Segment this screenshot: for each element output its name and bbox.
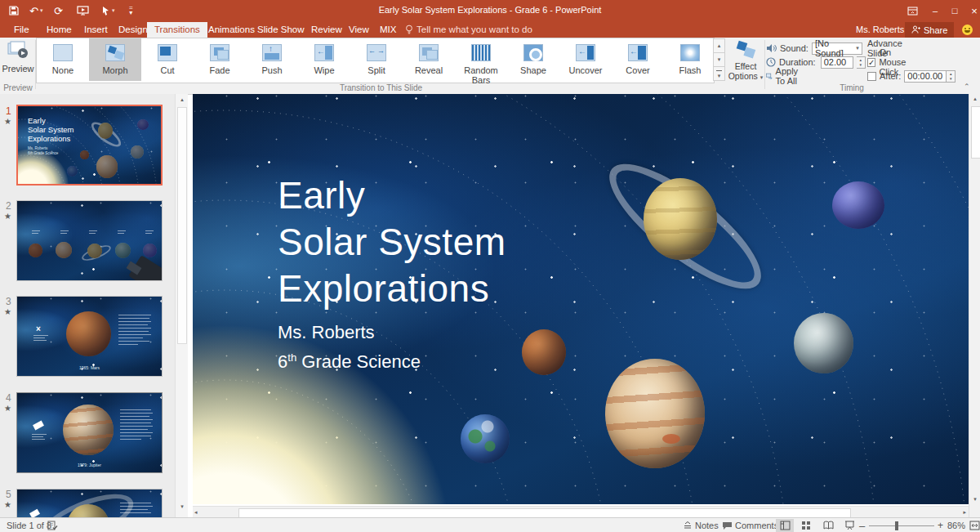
transition-wipe[interactable]: ← Wipe: [298, 38, 350, 81]
ribbon-display-options-button[interactable]: [903, 3, 921, 18]
wipe-icon: ←: [314, 44, 334, 61]
tab-file[interactable]: File: [7, 22, 37, 38]
share-label: Share: [924, 25, 947, 35]
restore-button[interactable]: □: [946, 3, 964, 18]
feedback-smiley-icon[interactable]: [962, 25, 973, 35]
transition-reveal[interactable]: Reveal: [403, 38, 455, 81]
jupiter: [63, 405, 114, 455]
after-option[interactable]: After: 00:00.00▴▾: [867, 69, 956, 83]
comments-button[interactable]: Comments: [722, 518, 778, 532]
after-spinner[interactable]: ▴▾: [947, 70, 956, 83]
thumbnail-panel-scrollbar[interactable]: ▴ ▾: [175, 94, 188, 517]
zoom-in-button[interactable]: +: [938, 518, 943, 532]
minimize-button[interactable]: –: [926, 3, 944, 18]
slide-1-number: 1: [6, 105, 11, 117]
scroll-down-arrow[interactable]: ▾: [969, 496, 980, 503]
after-checkbox[interactable]: [867, 72, 876, 81]
on-mouse-click-option[interactable]: ✓ On Mouse Click: [867, 56, 906, 69]
reading-view-button[interactable]: [819, 519, 837, 532]
title-bar: ↶▾ ⟳ ▾ =▾ Early Solar System Exploration…: [0, 0, 980, 22]
duration-input[interactable]: 02.00: [821, 56, 853, 69]
collapse-ribbon-button[interactable]: ⌃: [964, 83, 970, 91]
transition-shape[interactable]: Shape: [507, 38, 559, 81]
transition-morph[interactable]: Morph: [89, 38, 141, 81]
slide-5-thumbnail[interactable]: [16, 489, 163, 517]
fit-slide-to-window-button[interactable]: [965, 519, 980, 532]
scroll-right-arrow[interactable]: ▸: [963, 509, 966, 516]
gallery-more-button[interactable]: ▾: [713, 66, 725, 81]
slide-canvas[interactable]: Early Solar System Explorations Ms. Robe…: [193, 94, 969, 504]
zoom-slider-track[interactable]: [869, 525, 934, 526]
effect-options-label-2: Options ▾: [728, 71, 764, 81]
slide-indicator[interactable]: Slide 1 of 8: [7, 518, 51, 532]
jupiter: [56, 242, 72, 258]
zoom-slider-handle[interactable]: [895, 521, 898, 530]
preview-button[interactable]: Preview: [2, 38, 34, 81]
zoom-level[interactable]: 86%: [947, 518, 965, 532]
normal-view-button[interactable]: [776, 519, 794, 532]
effect-options-button[interactable]: Effect Options ▾: [728, 38, 764, 81]
share-button[interactable]: Share: [905, 22, 954, 38]
jupiter: [605, 359, 705, 468]
slide-show-icon: [844, 521, 855, 530]
transition-label: Cover: [612, 65, 664, 75]
transition-label: Reveal: [403, 65, 455, 75]
scrollbar-thumb[interactable]: [177, 107, 187, 344]
scroll-up-arrow[interactable]: ▴: [176, 94, 188, 105]
slide-horizontal-scrollbar[interactable]: ◂ ▸: [193, 506, 969, 518]
transition-star-icon: ★: [4, 117, 11, 126]
notes-button[interactable]: Notes: [683, 518, 719, 532]
earth: [461, 414, 510, 463]
transition-none[interactable]: None: [37, 38, 89, 81]
transition-cut[interactable]: Cut: [141, 38, 194, 81]
after-input[interactable]: 00:00.00: [904, 70, 947, 83]
slide-show-view-button[interactable]: [840, 519, 858, 532]
tab-home[interactable]: Home: [39, 22, 79, 38]
apply-to-all-button[interactable]: Apply To All: [766, 69, 803, 83]
transition-split[interactable]: ← → Split: [350, 38, 403, 81]
close-button[interactable]: ×: [965, 3, 980, 18]
scroll-down-arrow[interactable]: ▾: [176, 501, 188, 512]
spell-check-button[interactable]: [47, 518, 58, 532]
saturn: [644, 178, 717, 260]
gallery-scroll-down[interactable]: ▾: [713, 52, 725, 67]
transition-uncover[interactable]: ← Uncover: [559, 38, 612, 81]
slide-title[interactable]: Early Solar System Explorations: [278, 172, 506, 312]
transition-random-bars[interactable]: Random Bars: [455, 38, 507, 81]
slide-1-thumbnail[interactable]: EarlySolar SystemExplorations Ms. Robert…: [16, 105, 163, 186]
scroll-up-arrow[interactable]: ▴: [969, 96, 980, 102]
transition-star-icon: ★: [4, 307, 11, 316]
tab-insert[interactable]: Insert: [77, 22, 115, 38]
gallery-scroll-up[interactable]: ▴: [713, 38, 725, 53]
tab-mix[interactable]: MIX: [372, 22, 403, 38]
slide-3-thumbnail[interactable]: × 1965: Mars: [16, 296, 163, 377]
shape-icon: [523, 44, 543, 61]
duration-spinner[interactable]: ▴▾: [857, 56, 866, 69]
tab-view[interactable]: View: [341, 22, 376, 38]
slide-sorter-view-button[interactable]: [797, 519, 815, 532]
tab-transitions[interactable]: Transitions: [147, 22, 207, 38]
scrollbar-thumb[interactable]: [971, 106, 980, 159]
account-name[interactable]: Ms. Roberts: [856, 22, 904, 38]
push-icon: ↑: [262, 44, 282, 61]
transition-cover[interactable]: ← Cover: [612, 38, 664, 81]
slide-4-number: 4: [6, 392, 11, 404]
tell-me-box[interactable]: Tell me what you want to do: [405, 22, 532, 38]
saturn: [87, 244, 102, 258]
transition-flash[interactable]: Flash: [664, 38, 716, 81]
slide-vertical-scrollbar[interactable]: ▴ ▾: [969, 94, 980, 517]
slide-4-thumbnail[interactable]: 1979: Jupiter: [16, 392, 163, 473]
tab-slide-show[interactable]: Slide Show: [250, 22, 312, 38]
scroll-left-arrow[interactable]: ◂: [194, 509, 198, 516]
transition-push[interactable]: ↑ Push: [246, 38, 298, 81]
on-mouse-click-checkbox[interactable]: ✓: [867, 58, 875, 67]
transition-label: Morph: [89, 65, 141, 75]
transition-label: Flash: [664, 65, 716, 75]
person-icon: [911, 25, 920, 34]
slide-2-thumbnail[interactable]: [16, 200, 163, 281]
sound-dropdown[interactable]: [No Sound]▾: [812, 42, 862, 55]
slide-subtitle[interactable]: Ms. Roberts 6th Grade Science: [278, 320, 421, 374]
zoom-out-button[interactable]: –: [859, 518, 865, 532]
transition-fade[interactable]: Fade: [194, 38, 246, 81]
moon: [794, 313, 853, 373]
